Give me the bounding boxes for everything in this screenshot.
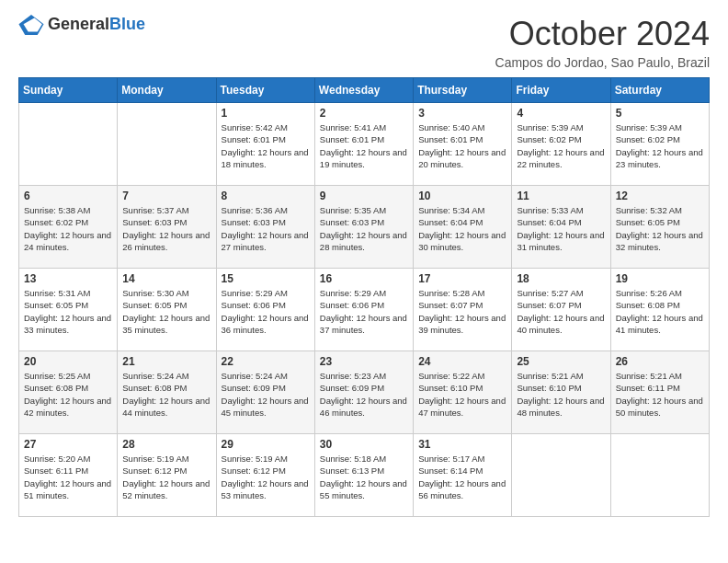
calendar-cell: 6Sunrise: 5:38 AMSunset: 6:02 PMDaylight… (19, 186, 118, 269)
logo-blue: Blue (109, 15, 145, 33)
day-info: Sunrise: 5:17 AMSunset: 6:14 PMDaylight:… (418, 453, 506, 501)
calendar-cell: 26Sunrise: 5:21 AMSunset: 6:11 PMDayligh… (610, 351, 709, 434)
day-number: 8 (222, 190, 310, 202)
day-info: Sunrise: 5:37 AMSunset: 6:03 PMDaylight:… (122, 204, 210, 253)
calendar-cell: 10Sunrise: 5:34 AMSunset: 6:04 PMDayligh… (414, 186, 512, 269)
day-number: 24 (418, 355, 506, 368)
day-info: Sunrise: 5:32 AMSunset: 6:05 PMDaylight:… (616, 204, 704, 253)
calendar-cell: 7Sunrise: 5:37 AMSunset: 6:03 PMDaylight… (118, 186, 216, 269)
day-number: 22 (222, 355, 310, 368)
day-number: 6 (24, 190, 112, 202)
day-number: 19 (616, 272, 704, 285)
day-info: Sunrise: 5:38 AMSunset: 6:02 PMDaylight:… (24, 204, 112, 253)
calendar-week-2: 6Sunrise: 5:38 AMSunset: 6:02 PMDaylight… (19, 186, 710, 269)
calendar-cell: 28Sunrise: 5:19 AMSunset: 6:12 PMDayligh… (118, 434, 216, 517)
calendar-cell: 27Sunrise: 5:20 AMSunset: 6:11 PMDayligh… (19, 434, 118, 517)
day-info: Sunrise: 5:21 AMSunset: 6:10 PMDaylight:… (517, 370, 605, 419)
day-info: Sunrise: 5:26 AMSunset: 6:08 PMDaylight:… (616, 287, 704, 336)
col-header-wednesday: Wednesday (314, 78, 413, 103)
calendar-week-3: 13Sunrise: 5:31 AMSunset: 6:05 PMDayligh… (19, 269, 710, 351)
day-number: 31 (418, 438, 506, 451)
day-number: 10 (418, 190, 506, 202)
calendar-cell: 5Sunrise: 5:39 AMSunset: 6:02 PMDaylight… (610, 103, 709, 186)
calendar-cell: 20Sunrise: 5:25 AMSunset: 6:08 PMDayligh… (19, 351, 118, 434)
day-info: Sunrise: 5:39 AMSunset: 6:02 PMDaylight:… (616, 121, 704, 170)
day-number: 1 (222, 107, 310, 120)
calendar-cell: 25Sunrise: 5:21 AMSunset: 6:10 PMDayligh… (512, 351, 610, 434)
title-block: October 2024 Campos do Jordao, Sao Paulo… (495, 15, 710, 70)
day-info: Sunrise: 5:35 AMSunset: 6:03 PMDaylight:… (320, 204, 408, 253)
day-info: Sunrise: 5:20 AMSunset: 6:11 PMDaylight:… (24, 453, 112, 501)
day-info: Sunrise: 5:21 AMSunset: 6:11 PMDaylight:… (616, 370, 704, 419)
calendar-cell: 22Sunrise: 5:24 AMSunset: 6:09 PMDayligh… (216, 351, 314, 434)
calendar-week-4: 20Sunrise: 5:25 AMSunset: 6:08 PMDayligh… (19, 351, 710, 434)
day-number: 29 (222, 438, 310, 451)
day-info: Sunrise: 5:29 AMSunset: 6:06 PMDaylight:… (222, 287, 310, 336)
day-number: 11 (517, 190, 605, 202)
day-info: Sunrise: 5:29 AMSunset: 6:06 PMDaylight:… (320, 287, 408, 336)
day-info: Sunrise: 5:23 AMSunset: 6:09 PMDaylight:… (320, 370, 408, 419)
day-number: 12 (616, 190, 704, 202)
logo-text: GeneralBlue (48, 16, 145, 34)
day-number: 16 (320, 272, 408, 285)
day-info: Sunrise: 5:19 AMSunset: 6:12 PMDaylight:… (222, 453, 310, 501)
day-number: 17 (418, 272, 506, 285)
day-info: Sunrise: 5:22 AMSunset: 6:10 PMDaylight:… (418, 370, 506, 419)
col-header-thursday: Thursday (414, 78, 512, 103)
day-info: Sunrise: 5:19 AMSunset: 6:12 PMDaylight:… (122, 453, 210, 501)
calendar-cell: 17Sunrise: 5:28 AMSunset: 6:07 PMDayligh… (414, 269, 512, 351)
day-number: 14 (122, 272, 210, 285)
day-info: Sunrise: 5:33 AMSunset: 6:04 PMDaylight:… (517, 204, 605, 253)
day-info: Sunrise: 5:41 AMSunset: 6:01 PMDaylight:… (320, 121, 408, 170)
month-title: October 2024 (495, 15, 710, 53)
calendar-cell: 8Sunrise: 5:36 AMSunset: 6:03 PMDaylight… (216, 186, 314, 269)
calendar-cell: 19Sunrise: 5:26 AMSunset: 6:08 PMDayligh… (610, 269, 709, 351)
page-header: GeneralBlue October 2024 Campos do Jorda… (18, 15, 710, 70)
location: Campos do Jordao, Sao Paulo, Brazil (495, 55, 710, 70)
day-number: 18 (517, 272, 605, 285)
col-header-friday: Friday (512, 78, 610, 103)
day-number: 13 (24, 272, 112, 285)
day-info: Sunrise: 5:28 AMSunset: 6:07 PMDaylight:… (418, 287, 506, 336)
day-info: Sunrise: 5:40 AMSunset: 6:01 PMDaylight:… (418, 121, 506, 170)
calendar-cell: 15Sunrise: 5:29 AMSunset: 6:06 PMDayligh… (216, 269, 314, 351)
calendar-cell: 23Sunrise: 5:23 AMSunset: 6:09 PMDayligh… (314, 351, 413, 434)
day-number: 9 (320, 190, 408, 202)
day-number: 2 (320, 107, 408, 120)
calendar-cell: 14Sunrise: 5:30 AMSunset: 6:05 PMDayligh… (118, 269, 216, 351)
calendar-cell (19, 103, 118, 186)
day-number: 7 (122, 190, 210, 202)
day-info: Sunrise: 5:36 AMSunset: 6:03 PMDaylight:… (222, 204, 310, 253)
day-number: 25 (517, 355, 605, 368)
calendar-cell: 4Sunrise: 5:39 AMSunset: 6:02 PMDaylight… (512, 103, 610, 186)
calendar-cell: 13Sunrise: 5:31 AMSunset: 6:05 PMDayligh… (19, 269, 118, 351)
calendar-cell: 16Sunrise: 5:29 AMSunset: 6:06 PMDayligh… (314, 269, 413, 351)
col-header-tuesday: Tuesday (216, 78, 314, 103)
day-number: 15 (222, 272, 310, 285)
day-number: 20 (24, 355, 112, 368)
logo: GeneralBlue (18, 15, 145, 35)
day-number: 4 (517, 107, 605, 120)
calendar-cell: 3Sunrise: 5:40 AMSunset: 6:01 PMDaylight… (414, 103, 512, 186)
day-number: 26 (616, 355, 704, 368)
day-info: Sunrise: 5:39 AMSunset: 6:02 PMDaylight:… (517, 121, 605, 170)
calendar-cell: 31Sunrise: 5:17 AMSunset: 6:14 PMDayligh… (414, 434, 512, 517)
col-header-monday: Monday (118, 78, 216, 103)
calendar-cell (512, 434, 610, 517)
calendar-cell: 9Sunrise: 5:35 AMSunset: 6:03 PMDaylight… (314, 186, 413, 269)
calendar-cell: 30Sunrise: 5:18 AMSunset: 6:13 PMDayligh… (314, 434, 413, 517)
day-info: Sunrise: 5:42 AMSunset: 6:01 PMDaylight:… (222, 121, 310, 170)
day-info: Sunrise: 5:31 AMSunset: 6:05 PMDaylight:… (24, 287, 112, 336)
logo-icon (18, 15, 44, 35)
day-number: 5 (616, 107, 704, 120)
calendar-cell: 12Sunrise: 5:32 AMSunset: 6:05 PMDayligh… (610, 186, 709, 269)
day-number: 23 (320, 355, 408, 368)
day-number: 27 (24, 438, 112, 451)
day-number: 28 (122, 438, 210, 451)
col-header-sunday: Sunday (19, 78, 118, 103)
calendar-week-5: 27Sunrise: 5:20 AMSunset: 6:11 PMDayligh… (19, 434, 710, 517)
day-info: Sunrise: 5:24 AMSunset: 6:08 PMDaylight:… (122, 370, 210, 419)
col-header-saturday: Saturday (610, 78, 709, 103)
day-info: Sunrise: 5:30 AMSunset: 6:05 PMDaylight:… (122, 287, 210, 336)
day-info: Sunrise: 5:18 AMSunset: 6:13 PMDaylight:… (320, 453, 408, 501)
